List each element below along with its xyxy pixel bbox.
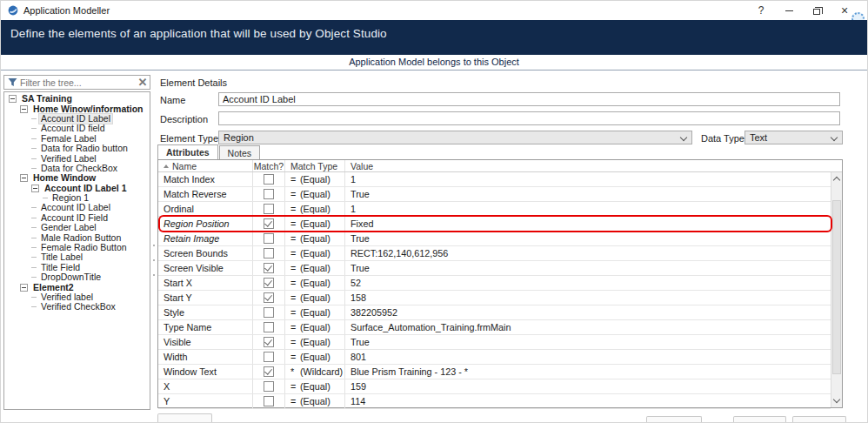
- help-button[interactable]: ?: [747, 1, 775, 20]
- attribute-value: 114: [345, 394, 831, 408]
- match-checkbox-checked[interactable]: [264, 278, 274, 288]
- attribute-value: RECT:162,140,612,956: [345, 246, 831, 260]
- match-type-operator: =: [290, 352, 300, 362]
- data-type-dropdown[interactable]: Text: [744, 131, 843, 144]
- minimize-button[interactable]: [775, 1, 803, 20]
- tree-node-account-id-field[interactable]: Account ID field: [4, 124, 150, 133]
- attribute-row-x[interactable]: X=(Equal)159: [158, 379, 831, 394]
- chevron-down-icon: [680, 134, 687, 141]
- scroll-up-icon[interactable]: [833, 177, 840, 184]
- tree-connector: [31, 118, 37, 119]
- tab-attributes[interactable]: Attributes: [157, 144, 218, 159]
- match-checkbox[interactable]: [264, 174, 274, 185]
- attribute-value: True: [345, 232, 831, 245]
- attribute-row-start-y[interactable]: Start Y=(Equal)158: [158, 291, 831, 306]
- panel-splitter[interactable]: [152, 245, 155, 276]
- column-header-match[interactable]: Match?: [253, 160, 285, 171]
- match-type-name: (Equal): [300, 263, 331, 273]
- match-type: =(Equal): [285, 394, 345, 408]
- attribute-row-screen-visible[interactable]: Screen Visible=(Equal)True: [158, 261, 831, 276]
- tree-node-label: Verified CheckBox: [39, 302, 117, 312]
- attribute-row-retain-image[interactable]: Retain Image=(Equal)True: [158, 232, 831, 246]
- attribute-value: 382205952: [345, 306, 831, 319]
- description-field[interactable]: [218, 111, 840, 125]
- tree-collapse-icon[interactable]: [20, 105, 28, 113]
- tree-node-label: Element2: [31, 283, 76, 292]
- match-checkbox[interactable]: [264, 204, 274, 214]
- tree-collapse-icon[interactable]: [20, 174, 28, 182]
- tree-collapse-icon[interactable]: [20, 284, 28, 292]
- attribute-row-match-reverse[interactable]: Match Reverse=(Equal)True: [158, 187, 831, 202]
- attribute-row-y[interactable]: Y=(Equal)114: [158, 394, 831, 409]
- attribute-row-start-x[interactable]: Start X=(Equal)52: [158, 276, 831, 291]
- close-button[interactable]: ×: [831, 1, 858, 20]
- scroll-down-icon[interactable]: [833, 396, 840, 403]
- match-checkbox[interactable]: [264, 381, 274, 392]
- attribute-name: Match Index: [164, 174, 215, 185]
- tree-node-dropdowntitle[interactable]: DropDownTitle: [4, 272, 150, 282]
- bottom-button-1[interactable]: [157, 413, 212, 423]
- match-type: =(Equal): [285, 187, 345, 201]
- tree-connector: [31, 277, 37, 278]
- attribute-row-ordinal[interactable]: Ordinal=(Equal)1: [158, 202, 831, 217]
- description-label: Description: [160, 114, 208, 124]
- attribute-row-window-text[interactable]: Window Text*(Wildcard)Blue Prism Trainin…: [158, 365, 831, 379]
- column-header-value[interactable]: Value: [345, 160, 842, 171]
- match-type: =(Equal): [285, 261, 345, 275]
- match-type-name: (Equal): [300, 322, 331, 332]
- match-checkbox[interactable]: [264, 396, 274, 406]
- tree-collapse-icon[interactable]: [9, 95, 17, 103]
- help-icon: ?: [758, 4, 765, 17]
- match-checkbox[interactable]: [264, 322, 274, 332]
- match-checkbox[interactable]: [264, 352, 274, 362]
- maximize-button[interactable]: [803, 1, 831, 20]
- attribute-row-style[interactable]: Style=(Equal)382205952: [158, 306, 831, 320]
- data-type-value: Text: [750, 132, 767, 143]
- attribute-value: Blue Prism Training - 123 - *: [345, 365, 831, 379]
- table-scrollbar[interactable]: [831, 172, 842, 407]
- match-checkbox[interactable]: [264, 233, 274, 244]
- attribute-row-screen-bounds[interactable]: Screen Bounds=(Equal)RECT:162,140,612,95…: [158, 246, 831, 261]
- tree-node-title-label[interactable]: Title Label: [4, 252, 150, 262]
- tree-node-account-id-label[interactable]: Account ID Label: [4, 203, 150, 212]
- match-checkbox-checked[interactable]: [264, 218, 274, 229]
- match-checkbox[interactable]: [264, 189, 274, 199]
- tree-connector: [31, 138, 37, 139]
- match-checkbox-checked[interactable]: [264, 263, 274, 273]
- match-type-name: (Wildcard): [300, 366, 343, 377]
- scrollbar-thumb[interactable]: [832, 200, 841, 374]
- tree-node-sa-training[interactable]: SA Training: [4, 94, 150, 104]
- tree-filter-input[interactable]: [20, 77, 136, 88]
- attribute-row-width[interactable]: Width=(Equal)801: [158, 350, 831, 365]
- attribute-name: Type Name: [164, 322, 211, 332]
- match-checkbox[interactable]: [264, 307, 274, 318]
- tree-node-home-window[interactable]: Home Window: [4, 173, 150, 183]
- match-checkbox-checked[interactable]: [264, 292, 274, 303]
- name-field[interactable]: [218, 92, 840, 106]
- attribute-row-type-name[interactable]: Type Name=(Equal)Surface_Automation_Trai…: [158, 320, 831, 335]
- tree-node-data-for-radio-button[interactable]: Data for Radio button: [4, 144, 150, 153]
- tree-connector: [31, 128, 37, 129]
- column-header-match-type[interactable]: Match Type: [285, 160, 345, 171]
- tab-notes[interactable]: Notes: [219, 145, 260, 159]
- attribute-row-visible[interactable]: Visible=(Equal)True: [158, 335, 831, 350]
- bottom-button-3[interactable]: [733, 416, 786, 423]
- match-checkbox-checked[interactable]: [264, 366, 274, 377]
- attribute-row-region-position[interactable]: Region Position=(Equal)Fixed: [158, 217, 831, 232]
- match-checkbox-checked[interactable]: [264, 337, 274, 347]
- attribute-row-match-index[interactable]: Match Index=(Equal)1: [158, 172, 831, 187]
- column-header-name[interactable]: Name: [158, 160, 253, 171]
- title-bar: Application Modeller ? ×: [1, 1, 867, 20]
- bottom-button-4[interactable]: [792, 416, 846, 423]
- match-type-name: (Equal): [300, 218, 331, 229]
- tree-node-verified-checkbox[interactable]: Verified CheckBox: [4, 302, 150, 312]
- bottom-button-2[interactable]: [646, 416, 702, 423]
- match-checkbox[interactable]: [264, 248, 274, 258]
- match-type-operator: =: [290, 337, 300, 347]
- attributes-table-header: Name Match? Match Type Value: [158, 160, 842, 172]
- tree-connector: [31, 257, 37, 258]
- filter-clear-icon[interactable]: ✕: [136, 77, 150, 88]
- element-type-dropdown[interactable]: Region: [218, 131, 692, 144]
- tree-node-gender-label[interactable]: Gender Label: [4, 223, 150, 232]
- tree-collapse-icon[interactable]: [31, 185, 39, 192]
